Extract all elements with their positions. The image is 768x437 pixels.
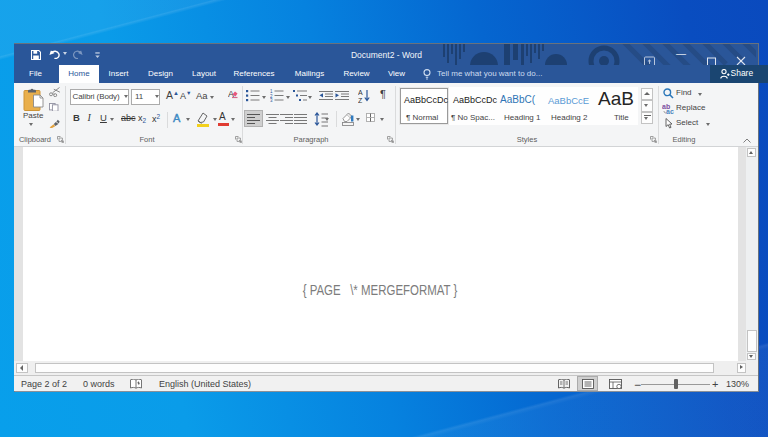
svg-text:A: A: [358, 88, 363, 95]
svg-text:Z: Z: [358, 96, 363, 103]
svg-text:3: 3: [270, 98, 273, 102]
svg-text:ac: ac: [666, 108, 674, 114]
